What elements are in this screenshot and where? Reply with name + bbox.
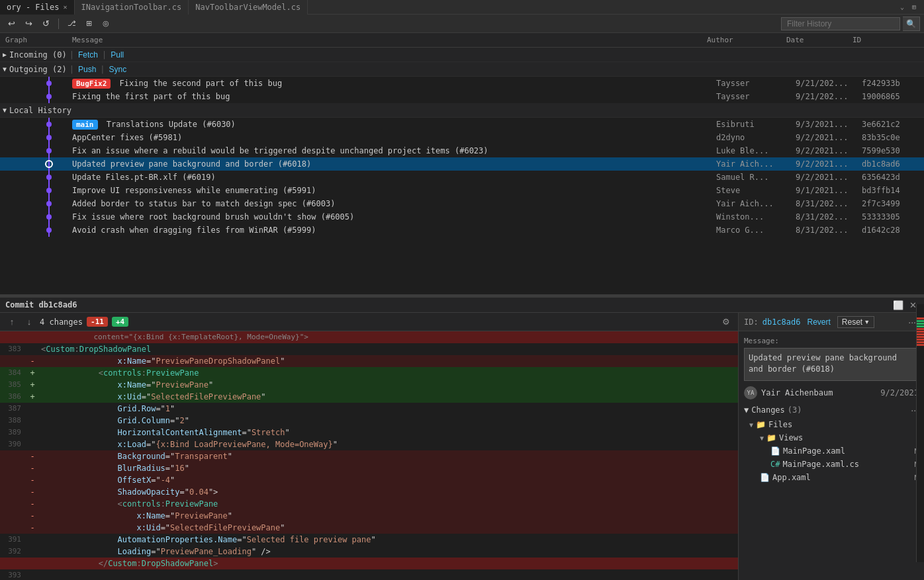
svg-point-17 [46, 201, 52, 206]
local-id-8: d1642c28 [862, 226, 921, 235]
toolbar-separator-1 [58, 19, 59, 29]
local-date-7: 8/31/202... [796, 212, 862, 222]
local-author-4: Samuel R... [716, 173, 796, 182]
local-id-3: db1c8ad6 [862, 159, 921, 169]
avatar: YA [744, 386, 757, 399]
lasso-button[interactable]: ◎ [99, 17, 113, 31]
tab-close-files[interactable]: ✕ [63, 3, 67, 11]
graph-local-7 [3, 210, 72, 224]
views-chevron-icon: ▼ [760, 435, 764, 442]
pull-button[interactable]: Pull [109, 50, 125, 60]
local-row-0[interactable]: main Translations Update (#6030) Esibrut… [0, 118, 924, 131]
maximize-button[interactable]: ⬜ [892, 299, 904, 311]
diff-line-392: 392 Loading="PreviewPane_Loading" /> [0, 546, 738, 558]
commit-graph-button[interactable]: ⊞ [81, 17, 96, 31]
diff-up-button[interactable]: ↑ [5, 315, 19, 329]
minimize-icon[interactable]: ⌄ [898, 3, 907, 12]
local-history-chevron: ▼ [3, 106, 7, 114]
graph-local-4 [3, 171, 72, 184]
forward-button[interactable]: ↪ [21, 17, 36, 31]
local-id-7: 53333305 [862, 212, 921, 222]
graph-local-0 [3, 118, 72, 131]
local-row-4[interactable]: Update Files.pt-BR.xlf (#6019) Samuel R.… [0, 171, 924, 184]
diff-settings-button[interactable]: ⚙ [719, 315, 733, 329]
local-author-1: d2dyno [716, 133, 796, 142]
diff-content[interactable]: content="{x:Bind {x:TemplateRoot}, Mode=… [0, 331, 738, 580]
expand-icon[interactable]: ⊞ [909, 3, 919, 12]
outgoing-chevron: ▼ [3, 65, 7, 73]
section-outgoing[interactable]: ▼ Outgoing (2) | Push | Sync [0, 62, 924, 77]
local-row-5[interactable]: Improve UI responsiveness while enumerat… [0, 184, 924, 197]
column-headers: Graph Message Author Date ID [0, 33, 924, 48]
local-row-8[interactable]: Avoid crash when dragging files from Win… [0, 224, 924, 237]
diff-down-button[interactable]: ↓ [23, 315, 36, 329]
diff-line-rem-offset: - OffsetX="-4" [0, 474, 738, 486]
filter-history-input[interactable] [781, 17, 900, 30]
svg-point-21 [46, 228, 52, 233]
graph-local-2 [3, 144, 72, 157]
outgoing-row-0[interactable]: BugFix2 Fixing the second part of this b… [0, 77, 924, 90]
local-date-6: 8/31/202... [796, 199, 862, 208]
svg-point-9 [46, 148, 52, 153]
file-tree-mainpage-xaml[interactable]: 📄 MainPage.xaml M [749, 444, 919, 458]
outgoing-author-1: Taysser [716, 92, 796, 101]
col-graph-header: Graph [3, 36, 72, 44]
local-message-8: Avoid crash when dragging files from Win… [72, 226, 716, 235]
local-author-3: Yair Aich... [716, 159, 796, 169]
commit-id-label: ID: [744, 317, 759, 327]
diff-line-add-384: 384 + <controls:PreviewPane [0, 367, 738, 379]
col-message-header: Message [72, 36, 707, 44]
commit-message-box: Updated preview pane background and bord… [744, 348, 919, 381]
diff-line-388: 388 Grid.Column="2" [0, 415, 738, 427]
tab-files[interactable]: ory - Files ✕ [0, 0, 75, 15]
graph-outgoing-0 [3, 77, 72, 90]
local-row-1[interactable]: AppCenter fixes (#5981) d2dyno 9/2/2021.… [0, 131, 924, 144]
diff-line-top: content="{x:Bind {x:TemplateRoot}, Mode=… [0, 331, 738, 343]
local-author-7: Winston... [716, 212, 796, 222]
search-icon[interactable]: 🔍 [903, 17, 920, 31]
diff-line-383: 383 <Custom:DropShadowPanel [0, 343, 738, 355]
commit-info-header: ID: db1c8ad6 Revert Reset ▼ ··· [739, 313, 924, 331]
local-date-2: 9/2/2021... [796, 146, 862, 155]
commit-header-buttons: ⬜ ✕ [892, 299, 919, 311]
sync-button[interactable]: Sync [108, 65, 128, 74]
reset-button[interactable]: Reset ▼ [837, 316, 874, 328]
push-button[interactable]: Push [77, 65, 97, 74]
changes-header[interactable]: ▼ Changes (3) ··· [744, 405, 919, 415]
local-row-7[interactable]: Fix issue where root background brush wo… [0, 210, 924, 224]
section-incoming[interactable]: ▶ Incoming (0) | Fetch | Pull [0, 48, 924, 62]
file-tree-views[interactable]: ▼ 📁 Views [749, 431, 919, 444]
file-tree-files[interactable]: ▼ 📁 Files [749, 418, 919, 431]
revert-button[interactable]: Revert [804, 317, 833, 327]
diff-line-add-385: 385 + x:Name="PreviewPane" [0, 379, 738, 391]
section-local-history[interactable]: ▼ Local History [0, 103, 924, 118]
mainpage-cs-icon: C# [770, 460, 780, 469]
outgoing-row-1[interactable]: Fixing the first part of this bug Taysse… [0, 90, 924, 103]
refresh-button[interactable]: ↺ [38, 17, 53, 31]
diff-line-rem-bg: - Background="Transparent" [0, 450, 738, 462]
tab-inavigation[interactable]: INavigationToolbar.cs [75, 0, 189, 15]
file-tree-app-xaml[interactable]: 📄 App.xaml M [749, 471, 919, 484]
badge-main: main [72, 120, 98, 130]
commit-author-date: 9/2/2021 [880, 388, 919, 397]
file-tree-mainpage-cs[interactable]: C# MainPage.xaml.cs M [749, 458, 919, 471]
local-row-6[interactable]: Added border to status bar to match desi… [0, 197, 924, 210]
title-bar: ory - Files ✕ INavigationToolbar.cs NavT… [0, 0, 924, 15]
diff-line-389: 389 HorizontalContentAlignment="Stretch" [0, 427, 738, 438]
local-id-5: bd3ffb14 [862, 186, 921, 195]
fetch-button[interactable]: Fetch [77, 50, 99, 60]
branch-icon-button[interactable]: ⎇ [64, 17, 79, 31]
local-date-5: 9/1/2021... [796, 186, 862, 195]
diff-line-rem-1: - x:Name="PreviewPaneDropShadowPanel" [0, 355, 738, 367]
local-author-2: Luke Ble... [716, 146, 796, 155]
local-id-4: 6356423d [862, 173, 921, 182]
local-row-3[interactable]: Updated preview pane background and bord… [0, 157, 924, 171]
local-row-2[interactable]: Fix an issue where a rebuild would be tr… [0, 144, 924, 157]
back-button[interactable]: ↩ [4, 17, 19, 31]
views-folder-label: Views [779, 433, 803, 442]
changes-chevron: ▼ [744, 405, 749, 415]
tab-navtoolbar[interactable]: NavToolbarViewModel.cs [189, 0, 308, 15]
local-date-3: 9/2/2021... [796, 159, 862, 169]
svg-point-15 [46, 188, 52, 193]
file-tree: ▼ 📁 Files ▼ 📁 Views 📄 MainPage.xaml [744, 418, 919, 484]
